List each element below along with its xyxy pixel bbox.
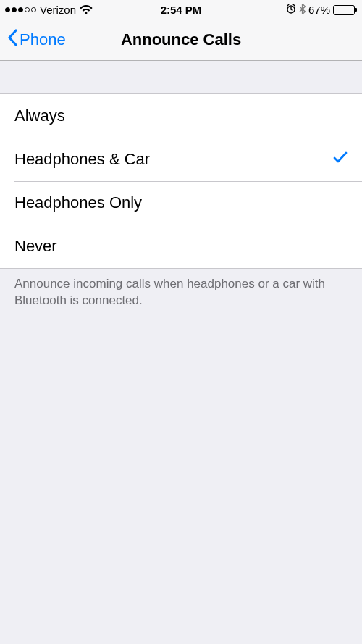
option-always[interactable]: Always bbox=[0, 94, 362, 138]
option-label: Never bbox=[14, 237, 57, 256]
status-left: Verizon bbox=[5, 4, 93, 16]
option-never[interactable]: Never bbox=[0, 225, 362, 268]
spacer bbox=[0, 61, 362, 93]
option-headphones-car[interactable]: Headphones & Car bbox=[0, 138, 362, 181]
bluetooth-icon bbox=[299, 4, 306, 17]
option-headphones-only[interactable]: Headphones Only bbox=[0, 181, 362, 225]
wifi-icon bbox=[80, 5, 93, 14]
carrier-label: Verizon bbox=[40, 4, 76, 16]
status-time: 2:54 PM bbox=[161, 4, 202, 16]
battery-percent: 67% bbox=[308, 4, 330, 16]
status-bar: Verizon 2:54 PM 67% bbox=[0, 0, 362, 20]
back-button[interactable]: Phone bbox=[7, 29, 66, 51]
nav-bar: Phone Announce Calls bbox=[0, 20, 362, 61]
status-right: 67% bbox=[286, 4, 357, 17]
chevron-left-icon bbox=[7, 29, 18, 51]
option-label: Headphones & Car bbox=[14, 150, 150, 169]
battery-icon bbox=[333, 5, 357, 15]
checkmark-icon bbox=[333, 150, 348, 169]
page-title: Announce Calls bbox=[121, 30, 241, 49]
footer-description: Announce incoming calls when headphones … bbox=[0, 269, 362, 317]
option-label: Headphones Only bbox=[14, 193, 142, 212]
alarm-icon bbox=[286, 4, 296, 16]
back-label: Phone bbox=[20, 30, 66, 49]
signal-strength-icon bbox=[5, 7, 36, 12]
options-list: Always Headphones & Car Headphones Only … bbox=[0, 93, 362, 269]
option-label: Always bbox=[14, 106, 65, 125]
content: Always Headphones & Car Headphones Only … bbox=[0, 61, 362, 317]
